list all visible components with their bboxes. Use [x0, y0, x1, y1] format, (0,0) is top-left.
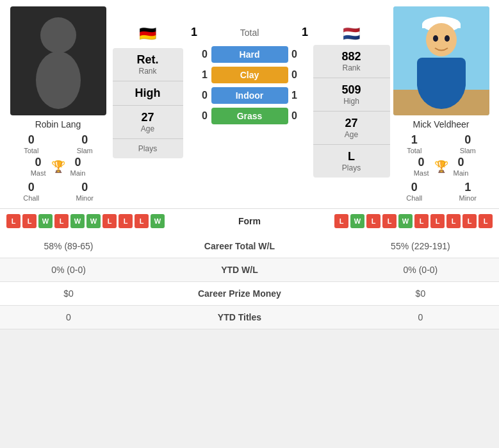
total-row: 1 Total 1 [184, 26, 315, 39]
svg-point-6 [426, 23, 457, 56]
right-chall-label: Chall [406, 194, 422, 202]
right-slam-stat: 0 Slam [442, 133, 495, 154]
indoor-court-btn[interactable]: Indoor [211, 87, 288, 104]
right-form-badge: L [366, 214, 380, 228]
left-form-badge: L [6, 214, 20, 228]
right-total-stat: 1 Total [388, 133, 441, 154]
left-form-badge: W [151, 214, 165, 228]
indoor-left-score: 0 [199, 90, 211, 101]
stats-left-value: 0% (0-0) [0, 258, 137, 282]
right-rank-cell: 882 Rank [313, 45, 390, 78]
left-plays-val: Plays [116, 144, 180, 153]
right-plays-cell: L Plays [313, 145, 390, 178]
right-mast-label: Mast [414, 169, 429, 177]
right-mast-stat: 0 Mast [414, 156, 429, 177]
center-courts-block: 1 Total 1 0 Hard 0 1 Clay 0 0 Indoor 1 0 [184, 6, 315, 202]
grass-court-row: 0 Grass 0 [199, 108, 301, 124]
stats-row: 0% (0-0)YTD W/L0% (0-0) [0, 258, 499, 282]
left-plays-cell: Plays [113, 139, 183, 158]
left-rank-val: Ret. [116, 53, 180, 67]
clay-court-btn[interactable]: Clay [211, 67, 288, 83]
hard-court-btn[interactable]: Hard [211, 46, 288, 63]
left-form-badge: W [86, 214, 101, 228]
grass-court-btn[interactable]: Grass [211, 108, 288, 124]
left-mast-value: 0 [35, 156, 42, 169]
right-trophy-icon: 🏆 [434, 160, 448, 174]
clay-court-row: 1 Clay 0 [199, 67, 301, 83]
form-label: Form [211, 216, 288, 226]
stats-left-value: 58% (89-65) [0, 235, 137, 258]
right-main-stat: 0 Main [454, 156, 469, 177]
right-form-badge: W [398, 214, 413, 228]
right-trophy-row: 0 Mast 🏆 0 Main [388, 156, 494, 177]
left-chall-stat: 0 Chall [5, 181, 58, 202]
right-rank-lbl: Rank [316, 63, 387, 72]
left-minor-label: Minor [76, 194, 94, 202]
right-stats-col: 🇳🇱 882 Rank 509 High 27 Age L Plays [315, 26, 388, 202]
left-rank-lbl: Rank [116, 67, 180, 76]
total-right-score: 1 [302, 26, 308, 39]
svg-point-0 [40, 17, 76, 53]
right-main-value: 0 [457, 156, 464, 169]
svg-point-1 [36, 51, 81, 109]
hard-court-row: 0 Hard 0 [199, 46, 301, 63]
left-main-value: 0 [74, 156, 81, 169]
left-minor-stat: 0 Minor [59, 181, 111, 202]
stats-right-value: 0 [342, 306, 499, 329]
left-slam-value: 0 [81, 133, 88, 147]
left-main-label: Main [70, 169, 86, 177]
left-form-badge: W [70, 214, 85, 228]
left-form-badge: W [38, 214, 53, 228]
right-player-photo [393, 6, 489, 115]
clay-right-score: 0 [288, 69, 301, 81]
indoor-right-score: 1 [288, 90, 301, 101]
left-bottom-stats: 0 Chall 0 Minor [5, 181, 111, 202]
left-high-cell: High [113, 81, 183, 106]
right-age-val: 27 [316, 117, 387, 130]
stats-table: 58% (89-65)Career Total W/L55% (229-191)… [0, 235, 499, 329]
right-rank-block: 882 Rank 509 High 27 Age L Plays [313, 45, 390, 178]
right-plays-val: L [316, 150, 387, 163]
right-player-stats: 1 Total 0 Slam [388, 133, 494, 154]
right-high-cell: 509 High [313, 78, 390, 112]
total-left-score: 1 [191, 26, 197, 39]
right-rank-val: 882 [316, 50, 387, 63]
left-player-block: Robin Lang 0 Total 0 Slam 0 Mast 🏆 0 [5, 6, 111, 202]
total-label: Total [240, 28, 259, 38]
stats-row: $0Career Prize Money$0 [0, 282, 499, 306]
left-trophy-icon: 🏆 [51, 160, 65, 174]
right-minor-value: 1 [464, 181, 471, 194]
stats-right-value: $0 [342, 282, 499, 306]
svg-rect-10 [417, 58, 466, 90]
right-plays-lbl: Plays [316, 163, 387, 172]
stats-left-value: 0 [0, 306, 137, 329]
right-form-badge: L [462, 214, 477, 228]
right-player-name: Mick Veldheer [413, 119, 470, 129]
stats-left-value: $0 [0, 282, 137, 306]
left-flag: 🇩🇪 [139, 26, 156, 42]
right-bottom-stats: 0 Chall 1 Minor [388, 181, 494, 202]
left-age-cell: 27 Age [113, 106, 183, 139]
svg-point-8 [445, 35, 450, 42]
right-main-label: Main [454, 169, 469, 177]
left-slam-label: Slam [77, 147, 93, 154]
form-section: LLWLWWLLLW Form LWLLWLLLLL [0, 208, 499, 233]
left-total-value: 0 [28, 133, 35, 147]
grass-right-score: 0 [288, 110, 301, 122]
left-player-stats: 0 Total 0 Slam [5, 133, 111, 154]
right-minor-label: Minor [459, 194, 477, 202]
left-rank-cell: Ret. Rank [113, 48, 183, 81]
indoor-court-row: 0 Indoor 1 [199, 87, 301, 104]
left-player-name: Robin Lang [35, 119, 81, 129]
left-total-label: Total [24, 147, 38, 154]
stats-label: Career Prize Money [137, 282, 342, 306]
left-stats-col: 🇩🇪 Ret. Rank High 27 Age Plays [111, 26, 184, 202]
stats-label: YTD Titles [137, 306, 342, 329]
left-rank-block: Ret. Rank High 27 Age Plays [113, 48, 183, 158]
comparison-section: Robin Lang 0 Total 0 Slam 0 Mast 🏆 0 [0, 0, 499, 208]
stats-right-value: 0% (0-0) [342, 258, 499, 282]
clay-left-score: 1 [199, 69, 211, 81]
left-player-photo [10, 6, 106, 115]
left-age-val: 27 [116, 111, 180, 124]
right-chall-stat: 0 Chall [388, 181, 441, 202]
